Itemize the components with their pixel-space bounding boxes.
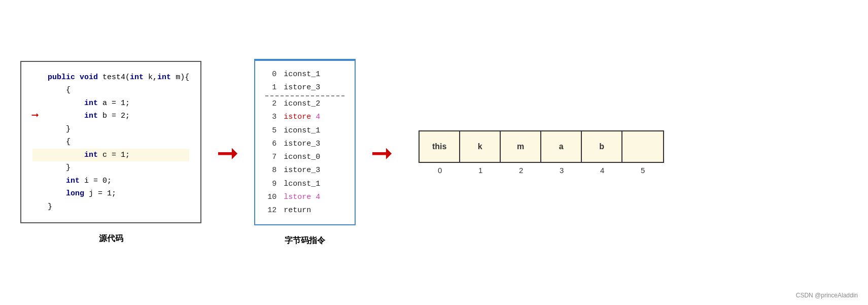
bc-separator — [265, 95, 344, 96]
lv-idx-1: 1 — [460, 166, 501, 175]
bc-line-2: 2 iconst_2 — [265, 97, 344, 111]
code-line-3: ➞ int b = 2; — [32, 110, 189, 123]
code-line-9: long j = 1; — [32, 187, 189, 200]
main-container: public void test4(int k,int m){ { int a … — [20, 59, 848, 247]
bytecode-box: 0 iconst_1 1 istore_3 2 iconst_2 3 istor… — [254, 59, 356, 226]
lv-idx-3: 3 — [541, 166, 582, 175]
lv-cell-0: this — [420, 131, 460, 162]
arrow-to-bytecode: ➞ — [217, 140, 239, 166]
kw-void: void — [80, 71, 98, 84]
bc-line-0: 0 iconst_1 — [265, 68, 344, 81]
lv-cell-1: k — [460, 131, 501, 162]
lv-cell-3: a — [541, 131, 582, 162]
source-code-label: 源代码 — [99, 233, 123, 244]
source-code-box: public void test4(int k,int m){ { int a … — [20, 61, 201, 224]
bytecode-wrapper: 0 iconst_1 1 istore_3 2 iconst_2 3 istor… — [254, 59, 356, 247]
bc-line-8: 8 istore_3 — [265, 164, 344, 177]
bc-line-1: 1 istore_3 — [265, 81, 344, 94]
code-line-1: { — [32, 84, 189, 97]
localvars-table: this k m a b — [419, 130, 664, 163]
code-line-4: } — [32, 123, 189, 136]
code-line-8: int i = 0; — [32, 175, 189, 188]
localvars-wrapper: this k m a b 0 1 2 3 4 5 — [419, 130, 664, 175]
method-name: test4( — [102, 71, 130, 84]
code-line-7: } — [32, 161, 189, 175]
bytecode-label: 字节码指令 — [285, 235, 325, 246]
code-line-0: public void test4(int k,int m){ — [32, 71, 189, 84]
bc-line-10: 10 lstore 4 — [265, 191, 344, 204]
watermark: CSDN @princeAladdin — [796, 292, 858, 299]
bc-line-12: 12 return — [265, 204, 344, 217]
code-line-2: int a = 1; — [32, 97, 189, 110]
bc-line-9: 9 lconst_1 — [265, 178, 344, 191]
lv-cell-4: b — [582, 131, 622, 162]
lv-idx-5: 5 — [622, 166, 663, 175]
lv-idx-0: 0 — [420, 166, 460, 175]
code-line-6: int c = 1; — [32, 149, 189, 162]
lv-cell-5 — [622, 131, 663, 162]
bc-line-3: 3 istore 4 — [265, 111, 344, 124]
bc-line-5: 5 iconst_1 — [265, 124, 344, 138]
arrow-to-localvars: ➞ — [371, 140, 393, 166]
lv-cell-2: m — [501, 131, 541, 162]
lv-idx-2: 2 — [501, 166, 541, 175]
bc-line-7: 7 iconst_0 — [265, 151, 344, 164]
lv-indices: 0 1 2 3 4 5 — [420, 166, 663, 175]
source-code-wrapper: public void test4(int k,int m){ { int a … — [20, 61, 201, 245]
lv-idx-4: 4 — [582, 166, 622, 175]
bc-line-6: 6 istore_3 — [265, 138, 344, 151]
kw-public: public — [48, 71, 75, 84]
code-line-5: { — [32, 135, 189, 149]
code-line-10: } — [32, 200, 189, 214]
